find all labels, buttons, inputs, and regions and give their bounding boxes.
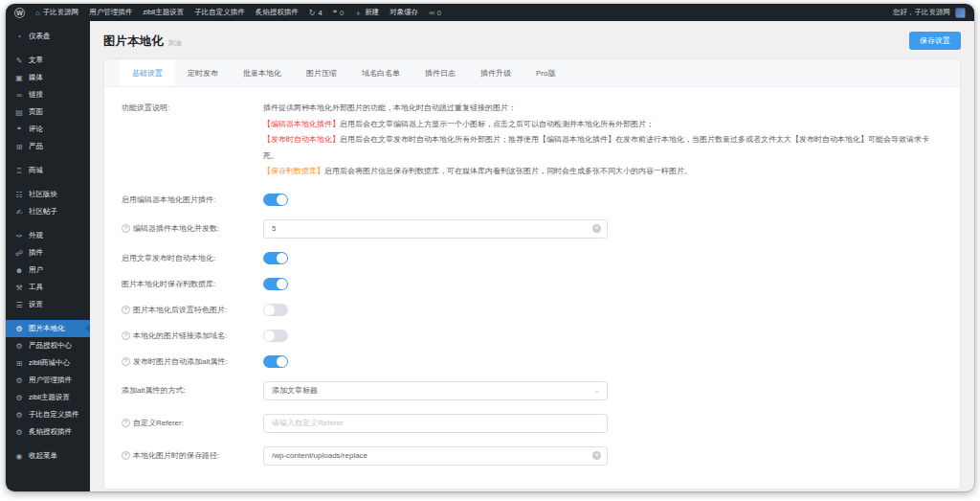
clear-icon[interactable]: ✕ [592, 451, 601, 460]
sidebar-item-users[interactable]: ☻用户 [6, 262, 90, 279]
form-row-add-domain-to-links: ?本地化的图片链接添加域名: [122, 330, 943, 342]
tab-基础设置[interactable]: 基础设置 [120, 59, 175, 86]
sidebar-item-settings[interactable]: ☰设置 [6, 296, 90, 313]
field-label: ?本地化图片时的保存路径: [122, 450, 263, 461]
input-value: /wp-content/uploads/replace [272, 451, 368, 460]
sidebar-item-license-center[interactable]: ⚙产品授权中心 [6, 337, 90, 354]
auto-localize-on-publish-toggle[interactable] [263, 252, 288, 264]
adminbar-comments[interactable]: ❝ 0 [333, 9, 344, 17]
comment-icon: ❝ [14, 125, 24, 134]
sidebar-item-tools[interactable]: ⚒工具 [6, 279, 90, 296]
sidebar-item-mall[interactable]: ♖商城 [6, 162, 90, 179]
adminbar-menu-item[interactable]: 子比自定义插件 [194, 8, 245, 17]
adminbar-object-cache[interactable]: 对象缓存 [390, 8, 418, 17]
sidebar-item-label: 商城 [29, 166, 43, 175]
adminbar-site-name[interactable]: ⌂ 子比资源网 [35, 8, 78, 17]
adminbar-menu-item[interactable]: 炙焰授权插件 [256, 8, 299, 17]
tab-Pro版[interactable]: Pro版 [523, 59, 568, 86]
sidebar-item-pages[interactable]: ▤页面 [6, 103, 90, 121]
plugin-description: 插件提供两种本地化外部图片的功能，本地化时自动跳过重复链接的图片： 【编辑器本地… [263, 101, 943, 180]
tab-图片压缩[interactable]: 图片压缩 [294, 59, 349, 86]
adminbar-account[interactable]: 您好，子比资源网 [893, 8, 966, 18]
desc-tag-editor: 【编辑器本地化插件】 [263, 120, 340, 128]
input-value: 5 [272, 224, 276, 233]
link-count: 0 [437, 9, 441, 17]
field-label-text: 图片本地化时保存到数据库: [122, 279, 215, 289]
adminbar-updates[interactable]: ↻ 4 [309, 9, 323, 17]
form-rows: 启用编辑器本地化图片插件:?编辑器插件本地化并发数:5✕启用文章发布时自动本地化… [122, 194, 943, 466]
settings-card: 基础设置定时发布批量本地化图片压缩域名白名单插件日志插件升级Pro版 功能设置说… [103, 58, 961, 490]
editor-concurrency-input[interactable]: 5✕ [263, 219, 608, 239]
tab-定时发布[interactable]: 定时发布 [175, 59, 231, 86]
save-settings-button[interactable]: 保存设置 [909, 32, 961, 50]
page-header: 图片本地化加油 保存设置 [103, 32, 961, 50]
add-domain-to-links-toggle[interactable] [263, 330, 288, 342]
tab-插件日志[interactable]: 插件日志 [412, 59, 468, 86]
sidebar-item-forum-sections[interactable]: ☷社区版块 [6, 186, 90, 203]
toggle-knob [277, 194, 287, 205]
custom-referer-input[interactable]: 请输入自定义Referer [263, 414, 608, 433]
sidebar-item-custom-plugin[interactable]: ⚙子比自定义插件 [6, 406, 90, 423]
sidebar-item-comments[interactable]: ❝评论 [6, 121, 90, 138]
adminbar-menu-items: 用户管理插件zibll主题设置子比自定义插件炙焰授权插件 [89, 8, 298, 17]
auto-add-alt-toggle[interactable] [263, 355, 288, 368]
field-control: /wp-content/uploads/replace✕ [263, 446, 943, 466]
sidebar-item-label: 设置 [29, 300, 43, 309]
object-cache-label: 对象缓存 [390, 8, 418, 17]
adminbar-menu-item[interactable]: 用户管理插件 [89, 8, 132, 17]
sidebar-item-zibll-theme[interactable]: ⚙zibll主题设置 [6, 389, 90, 406]
sidebar-item-appearance[interactable]: ✑外观 [6, 227, 90, 244]
tab-插件升级[interactable]: 插件升级 [468, 59, 523, 86]
adminbar-menu-item[interactable]: zibll主题设置 [143, 8, 184, 17]
sidebar-item-media[interactable]: ▣媒体 [6, 69, 90, 86]
form-row-auto-localize-on-publish: 启用文章发布时自动本地化: [122, 252, 943, 264]
sidebar-item-user-manage[interactable]: ⚙用户管理插件 [6, 372, 90, 389]
help-icon[interactable]: ? [122, 224, 130, 233]
sliders-icon: ☰ [14, 301, 24, 309]
desc-text3: 启用后会将图片信息保存到数据库，可在媒体库内看到这张图片，同时会生成多张不同大小… [324, 167, 692, 175]
page-subtitle: 加油 [168, 39, 182, 46]
sidebar-item-dashboard[interactable]: ◔仪表盘 [6, 28, 90, 45]
sidebar-item-zhiyan-license[interactable]: ⚙炙焰授权插件 [6, 423, 90, 441]
wordpress-logo-menu[interactable]: W [14, 8, 25, 18]
tab-批量本地化[interactable]: 批量本地化 [231, 59, 294, 86]
help-icon[interactable]: ? [122, 306, 130, 314]
alt-method-select[interactable]: 添加文章标题⌄ [263, 381, 608, 400]
sidebar-item-image-localize[interactable]: ⚙图片本地化 [6, 320, 90, 337]
sidebar-item-plugins[interactable]: ☍插件 [6, 244, 90, 262]
sidebar-item-label: zibll主题设置 [29, 393, 70, 402]
enable-editor-localize-toggle[interactable] [263, 194, 288, 206]
sidebar-item-products[interactable]: ⊞产品 [6, 138, 90, 155]
sidebar-item-links[interactable]: ∞链接 [6, 86, 90, 103]
sidebar-item-label: 用户 [29, 265, 43, 275]
adminbar-links[interactable]: ∞ 0 [429, 9, 441, 17]
help-icon[interactable]: ? [122, 331, 130, 340]
sidebar-item-label: 评论 [29, 125, 43, 134]
field-label-text: 发布时图片自动添加alt属性: [133, 356, 228, 367]
field-control [263, 252, 943, 264]
help-icon[interactable]: ? [122, 357, 130, 366]
form-row-editor-concurrency: ?编辑器插件本地化并发数:5✕ [122, 219, 943, 239]
field-label-text: 自定义Referer: [133, 418, 184, 428]
sidebar-item-posts[interactable]: ✎文章 [6, 52, 90, 69]
sidebar-item-forum-posts[interactable]: ✍社区帖子 [6, 203, 90, 220]
adminbar-new[interactable]: ＋ 新建 [354, 8, 379, 18]
field-label: ?编辑器插件本地化并发数: [122, 223, 263, 234]
comment-bubble-icon: ❝ [333, 9, 337, 17]
form-row-auto-add-alt: ?发布时图片自动添加alt属性: [122, 355, 943, 368]
field-control: 添加文章标题⌄ [263, 381, 943, 400]
clear-icon[interactable]: ✕ [592, 224, 601, 233]
tab-域名白名单[interactable]: 域名白名单 [349, 59, 412, 86]
field-label: ?本地化的图片链接添加域名: [122, 330, 263, 341]
save-path-input[interactable]: /wp-content/uploads/replace✕ [263, 446, 608, 466]
form-row-custom-referer: ?自定义Referer:请输入自定义Referer [122, 414, 943, 433]
form-row-alt-method: 添加alt属性的方式:添加文章标题⌄ [122, 381, 943, 400]
set-featured-image-toggle[interactable] [263, 304, 288, 316]
forum-icon: ☷ [14, 191, 24, 199]
sidebar-item-zibll-mall[interactable]: ⊞zibll商城中心 [6, 354, 90, 372]
save-to-database-toggle[interactable] [263, 278, 288, 290]
help-icon[interactable]: ? [122, 451, 130, 460]
form-row-save-path: ?本地化图片时的保存路径:/wp-content/uploads/replace… [122, 446, 943, 466]
sidebar-item-collapse-menu[interactable]: ◉收起菜单 [6, 447, 90, 465]
help-icon[interactable]: ? [122, 419, 130, 427]
